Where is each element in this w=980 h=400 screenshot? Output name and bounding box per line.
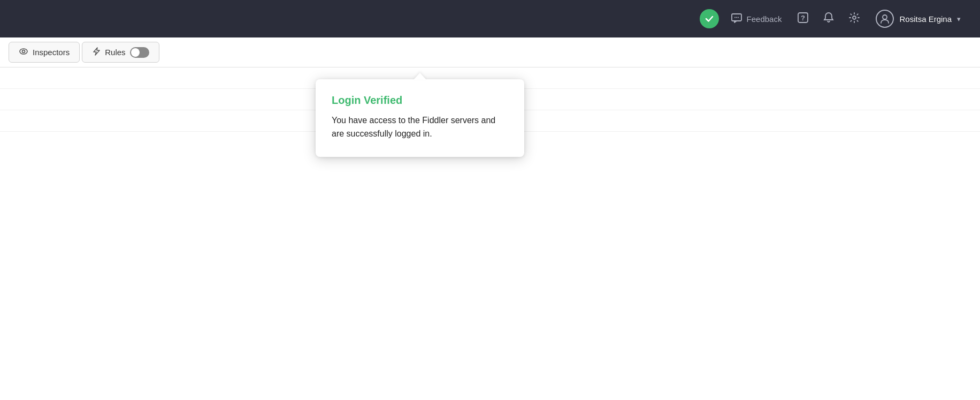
navbar: Feedback ?	[0, 0, 980, 37]
tab-inspectors[interactable]: Inspectors	[9, 42, 80, 63]
feedback-icon	[731, 12, 742, 26]
bell-icon	[823, 12, 834, 26]
popup-title: Login Verified	[332, 94, 508, 107]
avatar	[876, 10, 894, 28]
login-verified-popup: Login Verified You have access to the Fi…	[316, 79, 524, 157]
notifications-button[interactable]	[818, 8, 839, 29]
tab-inspectors-label: Inspectors	[33, 48, 70, 57]
bolt-icon	[92, 47, 101, 58]
svg-text:?: ?	[801, 14, 805, 22]
settings-button[interactable]	[844, 8, 865, 29]
login-verified-button[interactable]	[699, 8, 720, 29]
svg-point-8	[20, 49, 27, 54]
help-icon: ?	[797, 11, 809, 27]
svg-point-7	[883, 15, 887, 19]
svg-point-2	[736, 17, 737, 18]
feedback-label: Feedback	[747, 14, 782, 24]
rules-toggle-switch[interactable]	[130, 47, 149, 58]
feedback-button[interactable]: Feedback	[724, 9, 788, 29]
svg-point-3	[738, 17, 739, 18]
navbar-right: Feedback ?	[699, 6, 967, 31]
svg-point-1	[734, 17, 736, 18]
green-check-icon	[700, 9, 719, 28]
chevron-down-icon: ▾	[957, 15, 961, 23]
gear-icon	[848, 12, 860, 26]
content-area: Inspectors Rules Login Verified You have…	[0, 37, 980, 400]
tab-bar: Inspectors Rules	[0, 37, 980, 67]
svg-point-6	[853, 16, 856, 19]
popup-arrow	[414, 73, 426, 80]
popup-body: You have access to the Fiddler servers a…	[332, 114, 508, 141]
tab-rules-label: Rules	[105, 48, 125, 57]
help-button[interactable]: ?	[792, 8, 814, 29]
tab-rules[interactable]: Rules	[82, 42, 159, 63]
svg-point-9	[22, 50, 25, 53]
user-menu-button[interactable]: Rositsa Ergina ▾	[869, 6, 967, 31]
eye-icon	[19, 47, 28, 58]
user-name: Rositsa Ergina	[899, 14, 952, 24]
